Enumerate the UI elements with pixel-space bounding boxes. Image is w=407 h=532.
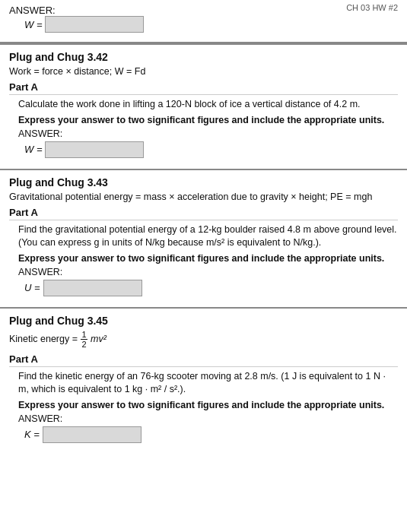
section-3-43-formula: Gravitational potential energy = mass × … bbox=[9, 192, 398, 202]
section-3-42-problem: Calculate the work done in lifting a 120… bbox=[9, 98, 398, 112]
top-answer-section: CH 03 HW #2 ANSWER: W = bbox=[0, 0, 407, 43]
section-3-45-answer-row: K = bbox=[9, 426, 398, 443]
section-3-45-var: K = bbox=[24, 429, 40, 440]
section-3-45-title: Plug and Chug 3.45 bbox=[9, 315, 398, 327]
section-3-42-input[interactable] bbox=[45, 141, 144, 158]
section-3-42-title: Plug and Chug 3.42 bbox=[9, 51, 398, 63]
top-answer-input[interactable] bbox=[45, 16, 144, 33]
section-3-45-formula: Kinetic energy = 1 2 mv² bbox=[9, 330, 398, 349]
section-3-42-sig-figs: Express your answer to two significant f… bbox=[9, 115, 398, 125]
top-var-label: W = bbox=[24, 19, 42, 30]
section-3-45: Plug and Chug 3.45 Kinetic energy = 1 2 … bbox=[0, 307, 407, 454]
section-3-43-input[interactable] bbox=[43, 280, 142, 296]
section-3-43-title: Plug and Chug 3.43 bbox=[9, 176, 398, 188]
top-answer-row: W = bbox=[9, 16, 398, 33]
section-3-42-answer-row: W = bbox=[9, 141, 398, 158]
section-3-45-sig-figs: Express your answer to two significant f… bbox=[9, 400, 398, 410]
section-3-42-part: Part A bbox=[9, 81, 398, 95]
section-3-43-sig-figs: Express your answer to two significant f… bbox=[9, 253, 398, 264]
section-3-43-part: Part A bbox=[9, 207, 398, 220]
section-3-42: Plug and Chug 3.42 Work = force × distan… bbox=[0, 43, 407, 169]
section-3-45-input[interactable] bbox=[43, 426, 141, 443]
section-3-43-problem: Find the gravitational potential energy … bbox=[9, 223, 398, 250]
page: CH 03 HW #2 ANSWER: W = Plug and Chug 3.… bbox=[0, 0, 407, 532]
section-3-42-var: W = bbox=[24, 144, 42, 155]
section-3-45-problem: Find the kinetic energy of an 76-kg scoo… bbox=[9, 370, 398, 397]
top-answer-label: ANSWER: bbox=[9, 5, 398, 16]
course-label: CH 03 HW #2 bbox=[346, 3, 398, 12]
section-3-45-part: Part A bbox=[9, 353, 398, 367]
section-3-43-answer-row: U = bbox=[9, 280, 398, 296]
section-3-43-var: U = bbox=[24, 282, 40, 293]
section-3-43: Plug and Chug 3.43 Gravitational potenti… bbox=[0, 169, 407, 307]
section-3-43-answer-label: ANSWER: bbox=[9, 267, 398, 277]
section-3-45-answer-label: ANSWER: bbox=[9, 413, 398, 424]
section-3-42-answer-label: ANSWER: bbox=[9, 128, 398, 139]
fraction-half: 1 2 bbox=[81, 330, 87, 349]
section-3-42-formula: Work = force × distance; W = Fd bbox=[9, 66, 398, 77]
